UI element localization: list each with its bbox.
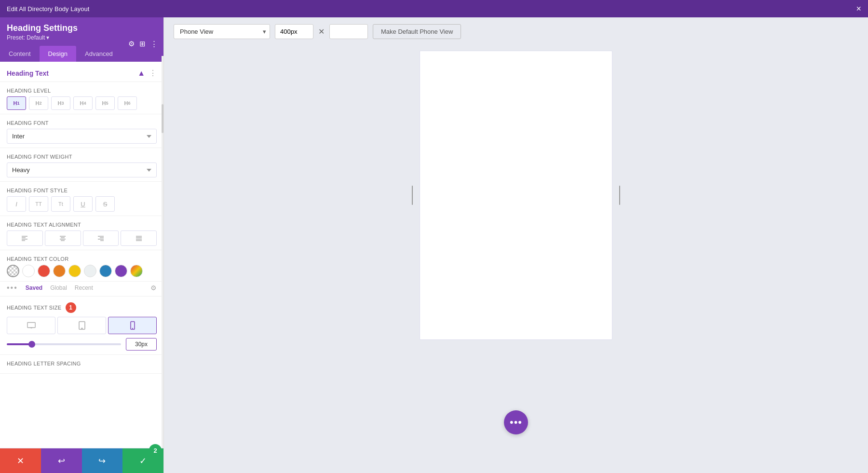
preview-frame [420,51,612,340]
heading-btn-h1[interactable]: H1 [7,96,26,110]
svg-point-20 [81,328,82,329]
heading-btn-h5[interactable]: H5 [95,96,115,110]
badge-2: 2 [149,444,162,457]
canvas-area: Phone View Tablet View Desktop View ▾ ✕ … [164,17,868,473]
heading-btn-h6[interactable]: H6 [118,96,137,110]
badge-1: 1 [66,302,76,313]
heading-font-label: Heading Font [7,120,157,126]
heading-text-alignment-group: Heading Text Alignment [0,216,163,250]
color-swatch-purple[interactable] [115,265,127,277]
color-swatch-transparent[interactable] [7,265,19,277]
align-center-btn[interactable] [45,230,81,246]
underline-btn[interactable]: U [73,196,93,212]
heading-font-select[interactable]: Inter Arial Roboto Open Sans [7,129,157,144]
slider-thumb[interactable] [28,341,35,348]
color-tab-saved[interactable]: Saved [26,284,42,291]
close-icon[interactable]: × [856,4,861,13]
sidebar-header-title: Heading Settings [7,23,157,33]
color-tab-global[interactable]: Global [50,284,67,291]
heading-letter-spacing-label: Heading Letter Spacing [7,361,157,366]
italic-btn[interactable]: I [7,196,26,212]
heading-btn-h4[interactable]: H4 [73,96,93,110]
section-header: Heading Text ▲ ⋮ [0,62,163,82]
text-size-input[interactable]: 30px [126,338,157,351]
align-right-btn[interactable] [83,230,119,246]
color-swatch-lightgray[interactable] [84,265,96,277]
settings-icon[interactable]: ⚙ [128,40,135,48]
collapse-icon[interactable]: ▲ [137,69,145,78]
top-bar: Edit All Directory Body Layout × [0,0,868,17]
heading-level-buttons: H1 H2 H3 H4 H5 H6 [7,96,157,110]
heading-font-weight-group: Heading Font Weight Thin Light Normal Bo… [0,148,163,182]
fab-dots-icon: ••• [510,416,522,429]
main-layout: Heading Settings Preset: Default ▾ ⚙ ⊞ ⋮… [0,17,868,473]
heading-font-style-label: Heading Font Style [7,188,157,193]
canvas-toolbar: Phone View Tablet View Desktop View ▾ ✕ … [164,17,868,46]
color-swatch-blue[interactable] [99,265,112,277]
heading-level-label: Heading Level [7,88,157,94]
heading-level-group: Heading Level H1 H2 H3 H4 H5 H6 [0,82,163,114]
size-device-buttons [7,317,157,334]
desktop-device-btn[interactable] [7,317,55,334]
heading-text-size-label: Heading Text Size [7,305,62,311]
undo-button[interactable]: ↩ [41,448,82,473]
heading-font-weight-label: Heading Font Weight [7,154,157,160]
redo-button[interactable]: ↪ [82,448,123,473]
uppercase-btn[interactable]: TT [29,196,48,212]
section-controls: ▲ ⋮ [137,68,157,78]
heading-font-weight-select[interactable]: Thin Light Normal Bold Heavy [7,162,157,177]
text-size-slider-row: 30px [7,338,157,351]
px-extra-input[interactable] [329,24,368,39]
heading-text-size-group: Heading Text Size 1 [0,297,163,355]
heading-btn-h2[interactable]: H2 [29,96,48,110]
tab-design[interactable]: Design [40,46,76,62]
color-swatch-white[interactable] [22,265,35,277]
resize-handle-right[interactable] [617,183,622,207]
fab-button[interactable]: ••• [504,410,528,434]
bottom-bar: ✕ ↩ ↪ ✓ 2 [0,448,163,473]
columns-icon[interactable]: ⊞ [139,40,146,48]
tablet-device-btn[interactable] [57,317,106,334]
tab-advanced[interactable]: Advanced [76,46,122,62]
heading-text-color-label: Heading Text Color [7,256,157,262]
sidebar: Heading Settings Preset: Default ▾ ⚙ ⊞ ⋮… [0,17,164,473]
view-select-wrapper: Phone View Tablet View Desktop View ▾ [174,24,270,39]
strikethrough-btn[interactable]: S [95,196,115,212]
sidebar-header-icons: ⚙ ⊞ ⋮ [128,40,158,48]
make-default-button[interactable]: Make Default Phone View [373,24,461,39]
more-icon[interactable]: ⋮ [150,40,158,48]
mobile-device-btn[interactable] [108,317,157,334]
view-select[interactable]: Phone View Tablet View Desktop View [174,24,270,39]
style-buttons: I TT Tt U S [7,196,157,212]
preview-frame-wrapper [420,51,612,340]
resize-handle-left[interactable] [410,183,415,207]
tab-content[interactable]: Content [0,46,40,62]
heading-text-color-group: Heading Text Color [0,250,163,282]
color-swatch-red[interactable] [38,265,50,277]
right-handle-line [619,186,620,205]
align-justify-btn[interactable] [121,230,157,246]
cancel-button[interactable]: ✕ [0,448,41,473]
color-swatch-custom[interactable] [130,265,143,277]
left-handle-line [412,186,413,205]
text-size-slider-track[interactable] [7,343,121,345]
sidebar-scrollbar-thumb[interactable] [162,104,163,133]
color-settings-icon[interactable]: ⚙ [150,284,157,292]
sidebar-content: Heading Text ▲ ⋮ Heading Level H1 H2 H3 … [0,62,163,448]
color-swatch-yellow[interactable] [68,265,81,277]
sidebar-header: Heading Settings Preset: Default ▾ ⚙ ⊞ ⋮ [0,17,163,46]
heading-text-alignment-label: Heading Text Alignment [7,222,157,228]
px-input[interactable] [275,24,313,39]
color-swatch-orange[interactable] [53,265,66,277]
align-left-btn[interactable] [7,230,43,246]
svg-rect-16 [27,323,35,328]
dots-icon[interactable]: ••• [7,284,18,292]
color-tab-recent[interactable]: Recent [75,284,93,291]
capitalize-btn[interactable]: Tt [51,196,70,212]
preview-area: ••• [164,46,868,473]
section-more-icon[interactable]: ⋮ [149,68,157,78]
color-swatches [7,265,157,277]
px-close-icon[interactable]: ✕ [318,27,325,36]
heading-font-style-group: Heading Font Style I TT Tt U S [0,182,163,216]
heading-btn-h3[interactable]: H3 [51,96,70,110]
